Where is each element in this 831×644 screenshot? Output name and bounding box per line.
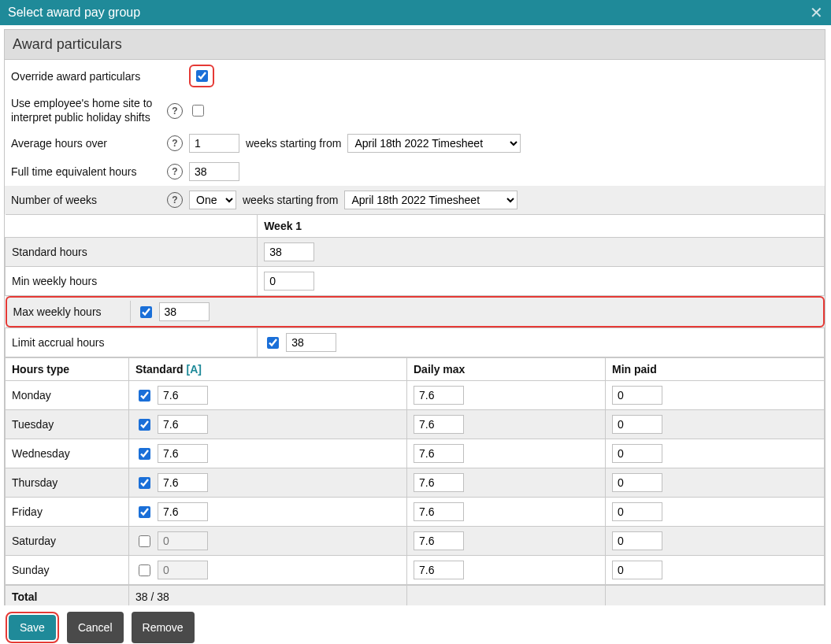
remove-button[interactable]: Remove	[132, 612, 195, 643]
day-std-checkbox[interactable]	[139, 390, 150, 402]
min-paid-header: Min paid	[606, 358, 825, 381]
max-weekly-checkbox[interactable]	[140, 306, 152, 318]
totals-grid: Total 38 / 38 Week 1	[5, 585, 825, 605]
day-minpaid-input[interactable]	[612, 415, 662, 434]
day-minpaid-input[interactable]	[612, 561, 662, 579]
cancel-button[interactable]: Cancel	[67, 612, 124, 643]
modal-titlebar: Select award pay group ✕	[0, 0, 831, 25]
table-row: Friday	[6, 498, 825, 527]
day-dailymax-input[interactable]	[414, 561, 464, 579]
min-weekly-label: Min weekly hours	[6, 267, 258, 296]
day-std-checkbox[interactable]	[139, 477, 150, 489]
day-minpaid-input[interactable]	[612, 386, 662, 405]
day-label: Saturday	[6, 527, 129, 556]
help-icon[interactable]: ?	[167, 192, 183, 208]
total-label: Total	[6, 586, 129, 606]
avg-hours-over-input[interactable]	[189, 134, 239, 153]
hours-type-header: Hours type	[6, 358, 129, 381]
weeks-starting-from-text-2: weeks starting from	[243, 194, 338, 206]
day-std-input[interactable]	[158, 473, 208, 492]
standard-hours-label: Standard hours	[6, 238, 258, 267]
table-row: Tuesday	[6, 410, 825, 439]
day-dailymax-input[interactable]	[414, 473, 464, 492]
num-weeks-timesheet-select[interactable]: April 18th 2022 Timesheet	[344, 191, 518, 209]
day-std-input[interactable]	[158, 415, 208, 434]
day-std-checkbox[interactable]	[139, 564, 150, 576]
limit-accrual-label: Limit accrual hours	[6, 328, 258, 357]
save-button[interactable]: Save	[9, 615, 56, 640]
use-home-site-label: Use employee's home site to interpret pu…	[11, 97, 161, 124]
avg-hours-timesheet-select[interactable]: April 18th 2022 Timesheet	[347, 134, 521, 153]
modal-scroll-area[interactable]: Award particulars Override award particu…	[1, 26, 830, 605]
day-std-input[interactable]	[158, 386, 208, 405]
day-dailymax-input[interactable]	[414, 531, 464, 550]
num-weeks-select[interactable]: One	[189, 191, 236, 209]
total-value: 38 / 38	[129, 586, 407, 606]
table-row: Sunday	[6, 556, 825, 585]
table-row: Thursday	[6, 468, 825, 498]
num-weeks-label: Number of weeks	[11, 194, 161, 206]
close-icon[interactable]: ✕	[810, 5, 823, 20]
day-std-input[interactable]	[158, 444, 208, 463]
day-minpaid-input[interactable]	[612, 473, 662, 492]
day-dailymax-input[interactable]	[414, 415, 464, 434]
day-label: Friday	[6, 498, 129, 527]
avg-hours-over-label: Average hours over	[11, 137, 161, 150]
day-dailymax-input[interactable]	[414, 502, 464, 521]
modal-title: Select award pay group	[8, 6, 140, 20]
standard-header: Standard [A]	[129, 358, 407, 381]
table-row: Wednesday	[6, 439, 825, 468]
day-label: Monday	[6, 381, 129, 410]
fte-label: Full time equivalent hours	[11, 165, 161, 178]
max-weekly-label: Max weekly hours	[7, 301, 131, 323]
limit-accrual-input[interactable]	[286, 333, 336, 352]
table-row: Monday	[6, 381, 825, 410]
section-header: Award particulars	[5, 30, 825, 60]
min-weekly-input[interactable]	[264, 272, 314, 291]
help-icon[interactable]: ?	[167, 164, 183, 180]
help-icon[interactable]: ?	[167, 135, 183, 151]
day-label: Wednesday	[6, 439, 129, 468]
day-std-input[interactable]	[158, 502, 208, 521]
override-highlight	[189, 65, 214, 87]
day-std-checkbox[interactable]	[139, 448, 150, 460]
day-std-checkbox[interactable]	[139, 535, 150, 547]
override-label: Override award particulars	[11, 70, 161, 83]
day-std-input[interactable]	[158, 561, 208, 579]
week-1-header: Week 1	[258, 215, 825, 238]
help-icon[interactable]: ?	[167, 103, 183, 119]
day-minpaid-input[interactable]	[612, 502, 662, 521]
limit-accrual-checkbox[interactable]	[267, 337, 279, 349]
standard-hours-input[interactable]	[264, 242, 314, 261]
use-home-site-checkbox[interactable]	[192, 105, 204, 117]
save-highlight: Save	[6, 612, 59, 643]
fte-input[interactable]	[189, 162, 239, 181]
day-std-input[interactable]	[158, 531, 208, 550]
day-minpaid-input[interactable]	[612, 531, 662, 550]
day-label: Thursday	[6, 468, 129, 498]
table-row: Saturday	[6, 527, 825, 556]
weeks-starting-from-text: weeks starting from	[246, 137, 341, 150]
day-dailymax-input[interactable]	[414, 386, 464, 405]
max-weekly-input[interactable]	[159, 302, 210, 321]
override-checkbox[interactable]	[196, 70, 208, 82]
day-grid: Hours type Standard [A] Daily max Min pa…	[5, 357, 825, 585]
day-label: Tuesday	[6, 410, 129, 439]
day-minpaid-input[interactable]	[612, 444, 662, 463]
daily-max-header: Daily max	[407, 358, 606, 381]
day-std-checkbox[interactable]	[139, 419, 150, 431]
day-dailymax-input[interactable]	[414, 444, 464, 463]
weeks-grid: Week 1 Standard hours Min weekly hours	[5, 214, 825, 357]
day-std-checkbox[interactable]	[139, 506, 150, 518]
standard-a-link[interactable]: [A]	[187, 363, 202, 376]
day-label: Sunday	[6, 556, 129, 585]
